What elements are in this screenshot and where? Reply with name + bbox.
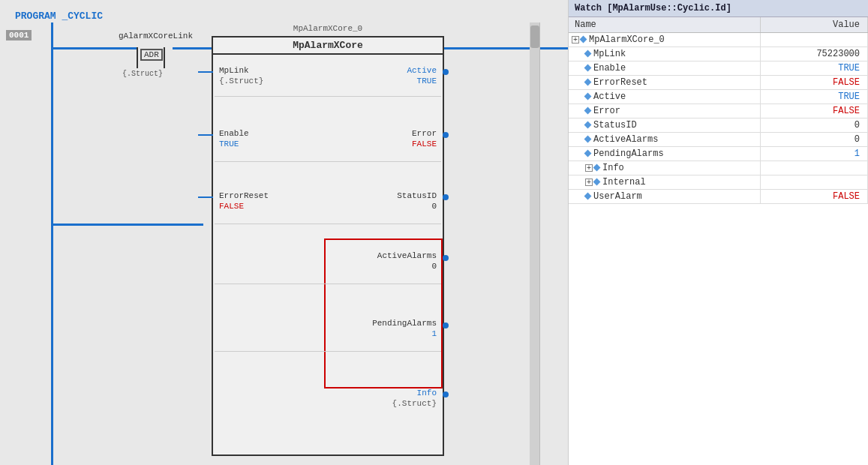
fb-input-mplink-label: MpLink <box>219 66 249 75</box>
fb-output-statusid-value: 0 <box>431 202 437 211</box>
diamond-icon <box>584 107 592 115</box>
watch-value-cell <box>760 33 867 47</box>
watch-table: Name Value +MpAlarmXCore_0MpLink75223000… <box>569 17 868 465</box>
diamond-icon <box>580 36 587 44</box>
watch-row: StatusID0 <box>569 118 868 133</box>
contact-label: gAlarmXCoreLink <box>119 32 179 40</box>
fb-activealarms-dot <box>443 255 449 261</box>
watch-item-name: Enable <box>593 63 626 74</box>
diamond-icon <box>584 50 592 58</box>
contact-left-bar <box>137 47 138 68</box>
watch-value-cell: TRUE <box>760 62 867 76</box>
expand-icon[interactable]: + <box>585 178 593 186</box>
fb-output-activealarms-label: ActiveAlarms <box>377 251 437 260</box>
watch-name-cell: +Internal <box>569 176 760 190</box>
watch-value-cell: 75223000 <box>760 47 867 62</box>
fb-enable-connector <box>198 134 213 136</box>
watch-value-cell: FALSE <box>760 76 867 90</box>
fb-statusid-dot <box>443 194 449 200</box>
fb-sep1 <box>215 96 441 97</box>
watch-row: EnableTRUE <box>569 62 868 76</box>
fb-output-active-value: TRUE <box>417 76 437 86</box>
col-value-header: Value <box>760 17 867 33</box>
watch-panel: Watch [MpAlarmUse::Cyclic.Id] Name Value… <box>568 0 868 465</box>
fb-output-info-label: Info <box>417 388 437 398</box>
watch-item-name: ActiveAlarms <box>593 134 658 145</box>
fb-instance-name: MpAlarmXCore_0 <box>213 24 443 33</box>
fb-output-active-label: Active <box>407 66 437 75</box>
adr-box: ADR <box>140 49 163 61</box>
watch-value-cell: 1 <box>760 147 867 161</box>
diamond-icon <box>584 193 592 200</box>
rail-left <box>51 22 53 465</box>
rung-number: 0001 <box>6 30 32 40</box>
watch-name-cell: ActiveAlarms <box>569 133 760 147</box>
highlight-red-box <box>324 238 443 388</box>
fb-block-name: MpAlarmXCore <box>213 38 443 55</box>
contact-sublabel: {.Struct} <box>122 70 163 78</box>
expand-icon[interactable]: + <box>585 164 593 172</box>
diamond-icon <box>593 164 601 172</box>
fb-block: MpAlarmXCore_0 MpAlarmXCore MpLink {.Str… <box>212 36 444 456</box>
fb-input-errorreset-value: FALSE <box>219 202 244 211</box>
fb-input-enable-label: Enable <box>219 129 249 138</box>
fb-errorreset-connector <box>198 196 213 198</box>
col-name-header: Name <box>569 17 760 33</box>
watch-item-name: MpAlarmXCore_0 <box>589 34 665 45</box>
fb-input-mplink-value: {.Struct} <box>219 76 263 86</box>
h-line-to-contact <box>53 47 137 50</box>
watch-name-cell: StatusID <box>569 118 760 133</box>
watch-data-table: Name Value +MpAlarmXCore_0MpLink75223000… <box>569 17 868 204</box>
watch-name-cell: Active <box>569 90 760 104</box>
watch-item-name: MpLink <box>593 49 626 59</box>
watch-row: MpLink75223000 <box>569 47 868 62</box>
diamond-icon <box>584 122 592 129</box>
contact-right-bar <box>164 47 165 68</box>
fb-output-error-value: FALSE <box>412 140 437 148</box>
watch-name-cell: Error <box>569 104 760 118</box>
fb-sep2 <box>215 161 441 162</box>
diamond-icon <box>593 178 601 186</box>
fb-output-info-value: {.Struct} <box>392 399 437 408</box>
h-line-bottom <box>53 224 203 226</box>
watch-value-cell: TRUE <box>760 90 867 104</box>
fb-info-dot <box>443 392 449 398</box>
fb-input-errorreset-label: ErrorReset <box>219 191 269 200</box>
fb-output-statusid-label: StatusID <box>397 191 437 200</box>
watch-value-cell: FALSE <box>760 104 867 118</box>
watch-item-name: Internal <box>602 177 646 188</box>
diamond-icon <box>584 64 592 72</box>
watch-value-cell <box>760 176 867 190</box>
watch-row: PendingAlarms1 <box>569 147 868 161</box>
watch-item-name: Error <box>593 106 620 116</box>
fb-pendingalarms-dot <box>443 322 449 328</box>
watch-name-cell: PendingAlarms <box>569 147 760 161</box>
fb-active-dot <box>443 69 449 75</box>
fb-output-pendingalarms-value: 1 <box>431 329 437 338</box>
watch-row: ErrorFALSE <box>569 104 868 118</box>
watch-row: ActiveAlarms0 <box>569 133 868 147</box>
watch-value-cell: 0 <box>760 133 867 147</box>
watch-item-name: Info <box>602 163 624 173</box>
watch-value-cell: 0 <box>760 118 867 133</box>
ladder-area: PROGRAM _CYCLIC 0001 gAlarmXCoreLink ADR… <box>0 0 568 465</box>
main-scrollbar[interactable] <box>530 22 540 465</box>
watch-name-cell: MpLink <box>569 47 760 62</box>
h-line-to-right-rail <box>443 47 568 50</box>
watch-item-name: UserAlarm <box>593 191 642 202</box>
fb-output-pendingalarms-label: PendingAlarms <box>372 319 437 328</box>
expand-icon[interactable]: + <box>572 36 579 44</box>
watch-row: +MpAlarmXCore_0 <box>569 33 868 47</box>
main-scroll-thumb <box>530 26 539 48</box>
watch-row: ActiveTRUE <box>569 90 868 104</box>
diamond-icon <box>584 93 592 100</box>
watch-row: ErrorResetFALSE <box>569 76 868 90</box>
watch-name-cell: +Info <box>569 161 760 176</box>
watch-item-name: PendingAlarms <box>593 148 664 159</box>
watch-name-cell: Enable <box>569 62 760 76</box>
fb-mplink-connector <box>198 71 213 73</box>
watch-row: +Internal <box>569 176 868 190</box>
watch-name-cell: +MpAlarmXCore_0 <box>569 33 760 47</box>
watch-value-cell <box>760 161 867 176</box>
fb-output-activealarms-value: 0 <box>431 262 437 271</box>
